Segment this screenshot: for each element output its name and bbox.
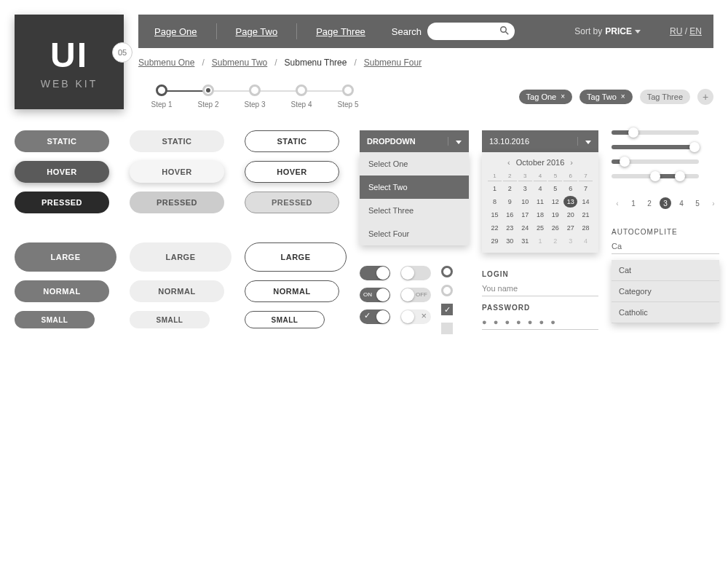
button-hover[interactable]: HOVER <box>245 161 339 183</box>
pagination-page[interactable]: 3 <box>660 197 671 209</box>
button-static[interactable]: STATIC <box>130 130 224 152</box>
password-input[interactable]: ● ● ● ● ● ● ● <box>482 315 598 330</box>
calendar-day[interactable]: 12 <box>548 196 562 208</box>
slider[interactable] <box>612 159 699 164</box>
pagination-page[interactable]: 5 <box>692 197 703 209</box>
calendar-day-next-month[interactable]: 3 <box>563 235 577 247</box>
calendar-day[interactable]: 3 <box>518 183 532 194</box>
calendar-day[interactable]: 22 <box>488 222 502 234</box>
calendar-day-next-month[interactable]: 2 <box>548 235 562 247</box>
button-small[interactable]: SMALL <box>245 311 325 328</box>
pagination-page[interactable]: 4 <box>676 197 687 209</box>
dropdown-toggle[interactable]: DROPDOWN <box>360 130 469 152</box>
tag[interactable]: Tag Two× <box>579 90 633 104</box>
prev-month-icon[interactable] <box>507 158 510 167</box>
pagination-page[interactable]: 2 <box>644 197 655 209</box>
calendar-day[interactable]: 27 <box>563 222 577 234</box>
calendar-day[interactable]: 20 <box>563 209 577 221</box>
breadcrumb-item[interactable]: Submenu Two <box>212 58 268 68</box>
slider-knob[interactable] <box>650 171 660 181</box>
step[interactable]: Step 3 <box>232 84 278 109</box>
toggle-x[interactable] <box>400 309 431 324</box>
slider-knob[interactable] <box>628 127 638 138</box>
lang-en[interactable]: EN <box>689 26 702 36</box>
button-normal[interactable]: NORMAL <box>15 280 109 302</box>
pagination-page[interactable]: 1 <box>628 197 639 209</box>
add-tag-button[interactable]: + <box>697 89 713 105</box>
calendar-day[interactable]: 30 <box>503 235 517 247</box>
button-small[interactable]: SMALL <box>15 311 95 328</box>
button-normal[interactable]: NORMAL <box>245 280 339 302</box>
autocomplete-input[interactable]: Ca <box>612 239 719 254</box>
slider[interactable] <box>612 174 699 178</box>
autocomplete-item[interactable]: Category <box>612 281 719 302</box>
calendar-day[interactable]: 17 <box>518 209 532 221</box>
button-static[interactable]: STATIC <box>15 130 109 152</box>
calendar-day[interactable]: 25 <box>534 222 547 234</box>
calendar-day-next-month[interactable]: 4 <box>579 235 593 247</box>
slider-knob[interactable] <box>675 171 685 181</box>
step[interactable]: Step 4 <box>278 84 325 109</box>
toggle-off-labeled[interactable]: OFF <box>400 288 431 302</box>
button-small[interactable]: SMALL <box>130 311 210 328</box>
calendar-day[interactable]: 7 <box>579 183 593 194</box>
toggle-off[interactable] <box>400 266 431 280</box>
calendar-day[interactable]: 31 <box>518 235 532 247</box>
autocomplete-item[interactable]: Cat <box>612 260 719 281</box>
dropdown-item[interactable]: Select Four <box>360 222 469 245</box>
calendar-day[interactable]: 2 <box>503 183 517 194</box>
calendar-day[interactable]: 21 <box>579 209 593 221</box>
tag[interactable]: Tag One× <box>519 90 572 104</box>
lang-ru[interactable]: RU <box>670 26 682 36</box>
pagination-prev[interactable] <box>612 197 623 209</box>
calendar-day[interactable]: 23 <box>503 222 517 234</box>
close-icon[interactable]: × <box>621 92 625 100</box>
checkbox-unchecked[interactable] <box>441 323 453 334</box>
button-large[interactable]: LARGE <box>130 242 232 272</box>
step[interactable]: Step 2 <box>185 84 232 109</box>
button-static[interactable]: STATIC <box>245 130 339 152</box>
slider[interactable] <box>612 130 699 135</box>
calendar-day[interactable]: 26 <box>548 222 562 234</box>
slider-knob[interactable] <box>620 157 630 167</box>
calendar-day[interactable]: 6 <box>563 183 577 194</box>
pagination-next[interactable] <box>708 197 719 209</box>
login-input[interactable]: You name <box>482 281 598 296</box>
calendar-day[interactable]: 14 <box>579 196 593 208</box>
search-input[interactable] <box>427 23 515 40</box>
datepicker-toggle[interactable]: 13.10.2016 <box>482 130 598 152</box>
calendar-day-next-month[interactable]: 1 <box>534 235 547 247</box>
calendar-day[interactable]: 11 <box>534 196 547 208</box>
breadcrumb-item[interactable]: Submenu One <box>138 58 194 68</box>
tag[interactable]: Tag Three <box>640 90 690 104</box>
nav-page-three[interactable]: Page Three <box>312 26 370 37</box>
button-pressed[interactable]: PRESSED <box>15 192 109 213</box>
calendar-day[interactable]: 5 <box>548 183 562 194</box>
calendar-day[interactable]: 15 <box>488 209 502 221</box>
breadcrumb-item[interactable]: Submenu Four <box>364 58 422 68</box>
calendar-day[interactable]: 24 <box>518 222 532 234</box>
dropdown-item[interactable]: Select Three <box>360 199 469 222</box>
button-pressed[interactable]: PRESSED <box>130 192 224 213</box>
calendar-day[interactable]: 18 <box>534 209 547 221</box>
calendar-day[interactable]: 10 <box>518 196 532 208</box>
calendar-day[interactable]: 28 <box>579 222 593 234</box>
calendar-day[interactable]: 29 <box>488 235 502 247</box>
dropdown-item[interactable]: Select Two <box>360 175 469 199</box>
button-normal[interactable]: NORMAL <box>130 280 224 302</box>
sort-dropdown[interactable]: Sort by PRICE <box>574 26 641 36</box>
calendar-day[interactable]: 19 <box>548 209 562 221</box>
next-month-icon[interactable] <box>570 158 573 167</box>
calendar-day[interactable]: 16 <box>503 209 517 221</box>
step[interactable]: Step 1 <box>138 84 185 109</box>
calendar-day[interactable]: 9 <box>503 196 517 208</box>
button-hover[interactable]: HOVER <box>15 161 109 183</box>
nav-page-one[interactable]: Page One <box>150 26 202 37</box>
toggle-on-labeled[interactable]: ON <box>360 288 390 302</box>
calendar-day[interactable]: 4 <box>534 183 547 194</box>
calendar-day[interactable]: 1 <box>488 183 502 194</box>
button-large[interactable]: LARGE <box>245 242 347 272</box>
button-hover[interactable]: HOVER <box>130 161 224 183</box>
slider-knob[interactable] <box>689 142 700 152</box>
slider[interactable] <box>612 145 699 149</box>
